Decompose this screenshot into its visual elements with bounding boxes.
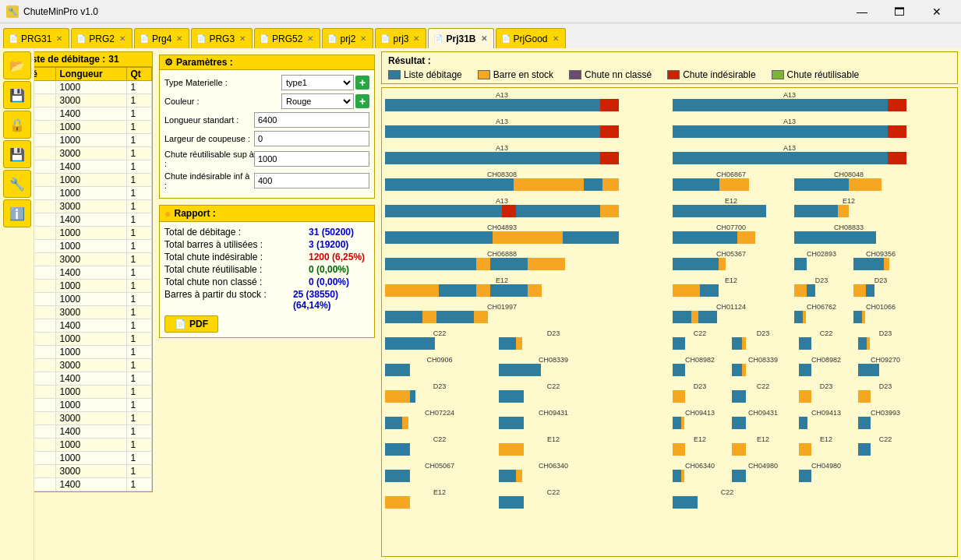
bar-left: C22D23 [385, 329, 666, 350]
largeur-input[interactable] [254, 131, 369, 146]
tab-PRG31[interactable]: 📄PRG31✕ [3, 28, 69, 48]
toolbar-btn-0[interactable]: 📂 [3, 51, 31, 79]
type-materielle-select[interactable]: type1type2 [281, 75, 354, 90]
chute-reutilisable-input[interactable] [254, 151, 369, 167]
tab-PRG52[interactable]: 📄PRG52✕ [254, 28, 320, 48]
rapport-value: 25 (38550) (64,14%) [293, 289, 369, 311]
bar-segment [673, 311, 691, 323]
bar-segment [799, 390, 811, 403]
bar-segment [563, 231, 619, 244]
title-controls: — 🗖 ✕ [844, 0, 955, 23]
tab-close-icon[interactable]: ✕ [119, 34, 125, 43]
chute-indesirable-input[interactable] [254, 173, 369, 188]
bar-visual [385, 125, 619, 138]
bar-group: CH08833 [794, 224, 903, 244]
toolbar-btn-1[interactable]: 💾 [3, 81, 31, 109]
tab-close-icon[interactable]: ✕ [176, 34, 182, 43]
bar-visual [499, 417, 608, 429]
result-title: Résultat : [388, 55, 951, 66]
bar-visual [732, 364, 794, 376]
tab-prj3[interactable]: 📄prj3✕ [375, 28, 426, 48]
bar-segment [803, 311, 806, 323]
tab-Prj31B[interactable]: 📄Prj31B✕ [428, 28, 493, 48]
bar-name: A13 [385, 144, 619, 152]
tab-close-icon[interactable]: ✕ [360, 34, 366, 43]
legend-item: Liste débitage [388, 69, 462, 80]
bar-group: E12 [673, 435, 727, 456]
bar-segment [807, 284, 815, 297]
bar-group: E12 [732, 435, 794, 456]
bar-name: CH02893 [794, 250, 849, 258]
type-add-button[interactable]: + [355, 76, 369, 90]
rapport-header: ● Rapport : [160, 206, 374, 222]
tab-label: prj3 [393, 33, 408, 44]
tab-close-icon[interactable]: ✕ [56, 34, 62, 43]
couleur-add-button[interactable]: + [355, 94, 369, 108]
toolbar-btn-4[interactable]: 🔧 [3, 170, 31, 198]
legend-color-box [388, 70, 401, 79]
bar-segment [866, 284, 874, 297]
tab-close-icon[interactable]: ✕ [481, 34, 487, 43]
bar-segment [732, 390, 746, 403]
cell-longueur: 1400 [56, 478, 127, 491]
param-couleur: Couleur : RougeBleuVert + [164, 93, 369, 109]
bar-segment [516, 470, 522, 482]
result-content[interactable]: A13A13A13A13A13A13CH08308CH06867CH08048A… [381, 87, 958, 557]
toolbar-btn-3[interactable]: 💾 [3, 140, 31, 168]
pdf-button[interactable]: 📄PDF [164, 315, 218, 333]
bar-visual [794, 178, 903, 191]
bar-name: CH06762 [794, 303, 849, 311]
cell-qt: 1 [127, 240, 152, 253]
bar-visual [799, 364, 853, 376]
bar-group: CH08982 [799, 356, 853, 376]
bar-row: CH05067CH06340CH06340CH04980CH04980 [385, 462, 954, 482]
tab-close-icon[interactable]: ✕ [239, 34, 246, 43]
bar-visual [853, 284, 908, 297]
tab-prj2[interactable]: 📄prj2✕ [322, 28, 373, 48]
bar-right: CH06340CH04980CH04980 [673, 462, 954, 482]
legend-label: Barre en stock [493, 69, 553, 80]
bar-name: D23 [853, 276, 908, 284]
cell-longueur: 1400 [56, 107, 127, 121]
bar-segment [439, 284, 476, 297]
close-button[interactable]: ✕ [919, 0, 955, 23]
bar-visual [858, 443, 913, 456]
bar-visual [858, 364, 913, 376]
bar-name: C22 [499, 382, 608, 390]
cell-longueur: 3000 [56, 306, 127, 319]
tab-PrjGood[interactable]: 📄PrjGood✕ [496, 28, 566, 48]
bar-row: C22E12E12E12E12C22 [385, 435, 954, 456]
couleur-select[interactable]: RougeBleuVert [281, 93, 354, 109]
bar-segment [436, 311, 474, 323]
cell-qt: 1 [127, 160, 152, 174]
toolbar-btn-5[interactable]: ℹ️ [3, 199, 31, 227]
tab-close-icon[interactable]: ✕ [307, 34, 313, 43]
rapport-icon: ● [164, 207, 171, 220]
minimize-button[interactable]: — [844, 0, 880, 23]
bar-name: E12 [499, 435, 608, 443]
tab-Prg4[interactable]: 📄Prg4✕ [134, 28, 189, 48]
bar-group: CH01066 [853, 303, 908, 323]
tab-bar: 📄PRG31✕📄PRG2✕📄Prg4✕📄PRG3✕📄PRG52✕📄prj2✕📄p… [0, 23, 961, 48]
tab-label: Prg4 [152, 33, 171, 44]
cell-qt: 1 [127, 134, 152, 147]
maximize-button[interactable]: 🗖 [882, 0, 917, 23]
longueur-input[interactable] [254, 112, 369, 128]
legend-label: Liste débitage [404, 69, 462, 80]
cell-qt: 1 [127, 412, 152, 425]
tab-PRG3[interactable]: 📄PRG3✕ [191, 28, 253, 48]
rapport-row: Total barres à utilisées :3 (19200) [164, 239, 369, 250]
legend-label: Chute indésirable [683, 69, 755, 80]
tab-close-icon[interactable]: ✕ [413, 34, 419, 43]
bar-segment [700, 258, 719, 270]
bar-segment [673, 258, 700, 270]
param-longueur-label: Longueur standart : [164, 115, 254, 125]
tab-PRG2[interactable]: 📄PRG2✕ [71, 28, 132, 48]
bar-segment [439, 231, 493, 244]
rapport-title: Rapport : [174, 208, 215, 219]
tab-close-icon[interactable]: ✕ [553, 34, 559, 43]
bar-group: D23 [499, 329, 608, 350]
toolbar-btn-2[interactable]: 🔒 [3, 111, 31, 139]
bar-visual [499, 390, 608, 403]
bar-segment [853, 311, 862, 323]
